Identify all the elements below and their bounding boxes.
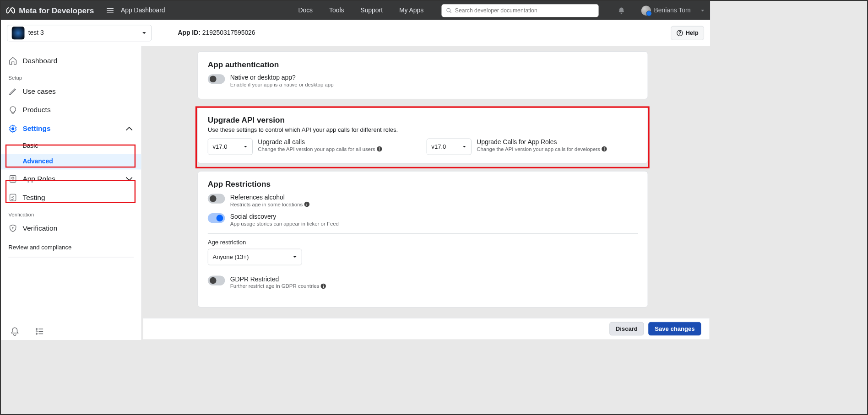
svg-point-0 — [447, 8, 450, 12]
main-content: App authentication Native or desktop app… — [141, 46, 710, 340]
toggle-alcohol[interactable] — [208, 194, 225, 204]
pencil-icon — [8, 87, 17, 96]
user-name: Benians Tom — [654, 7, 691, 14]
svg-line-1 — [450, 11, 451, 12]
card-api-version: Upgrade API version Use these settings t… — [198, 107, 648, 163]
svg-point-10 — [36, 333, 38, 334]
discard-button[interactable]: Discard — [609, 322, 644, 335]
toggle-native[interactable] — [208, 74, 225, 84]
age-label: Age restriction — [208, 239, 638, 246]
svg-rect-4 — [10, 176, 16, 183]
sidebar-item-products[interactable]: Products — [1, 101, 141, 119]
caret-down-icon — [700, 8, 705, 13]
info-icon[interactable]: i — [321, 284, 326, 289]
select-api-all[interactable]: v17.0 — [208, 139, 253, 155]
sidebar-item-usecases[interactable]: Use cases — [1, 82, 141, 101]
nav-myapps[interactable]: My Apps — [399, 7, 423, 14]
bell-icon[interactable] — [617, 6, 625, 15]
bulb-icon — [8, 106, 17, 115]
sidebar-item-verification[interactable]: Verification — [1, 219, 141, 237]
checklist-icon — [8, 193, 17, 202]
home-icon — [8, 56, 17, 65]
sidebar-sub-basic[interactable]: Basic — [1, 138, 141, 154]
caret-down-icon — [243, 145, 248, 149]
api-desc: Use these settings to control which API … — [208, 127, 638, 134]
shield-icon — [8, 224, 17, 233]
sidebar-sub-advanced[interactable]: Advanced — [1, 154, 141, 169]
info-icon[interactable]: i — [377, 146, 382, 151]
caret-down-icon — [141, 30, 146, 35]
gear-icon — [8, 124, 17, 134]
nav-docs[interactable]: Docs — [298, 7, 313, 14]
card-authentication: App authentication Native or desktop app… — [198, 51, 648, 99]
nav-support[interactable]: Support — [360, 7, 383, 14]
top-bar: Meta for Developers App Dashboard Docs T… — [1, 1, 710, 20]
brand-text: Meta for Developers — [19, 6, 94, 15]
soc-title: Social discovery — [230, 213, 339, 221]
avatar — [641, 5, 651, 15]
chevron-up-icon — [125, 124, 134, 134]
search-input[interactable] — [455, 7, 594, 14]
list-icon[interactable] — [35, 327, 44, 336]
sidebar: Dashboard Setup Use cases Products Setti… — [1, 46, 141, 340]
bell-outline-icon[interactable] — [10, 327, 20, 336]
app-id: App ID: 219250317595026 — [178, 29, 255, 37]
meta-logo-icon — [6, 5, 16, 15]
info-icon[interactable]: i — [304, 202, 309, 207]
sidebar-section-setup: Setup — [1, 70, 141, 82]
native-sub: Enable if your app is a native or deskto… — [230, 81, 334, 87]
sidebar-section-verification: Verification — [1, 207, 141, 219]
help-icon — [677, 30, 684, 37]
select-api-roles[interactable]: v17.0 — [427, 139, 472, 155]
svg-point-9 — [36, 331, 38, 332]
breadcrumb: App Dashboard — [121, 7, 165, 14]
brand[interactable]: Meta for Developers — [6, 5, 94, 15]
gdpr-sub: Further restrict age in GDPR countries — [230, 283, 320, 289]
api-title: Upgrade API version — [208, 115, 638, 124]
sidebar-item-testing[interactable]: Testing — [1, 188, 141, 207]
restrict-title: App Restrictions — [208, 180, 638, 189]
nav-tools[interactable]: Tools — [329, 7, 344, 14]
api-all-title: Upgrade all calls — [258, 139, 382, 146]
svg-rect-6 — [10, 194, 16, 201]
card-restrictions: App Restrictions References alcohol Rest… — [198, 171, 648, 307]
help-button[interactable]: Help — [671, 26, 704, 40]
search-box[interactable] — [441, 4, 598, 17]
divider — [8, 257, 134, 258]
badge-icon — [8, 174, 17, 183]
api-all-sub: Change the API version your app calls fo… — [258, 146, 375, 152]
sidebar-item-dashboard[interactable]: Dashboard — [1, 51, 141, 70]
app-bar: test 3 App ID: 219250317595026 Help — [1, 20, 710, 46]
caret-down-icon — [293, 255, 297, 259]
toggle-gdpr[interactable] — [208, 275, 225, 285]
svg-point-7 — [12, 227, 13, 228]
divider — [208, 233, 638, 234]
alc-sub: Restricts age in some locations — [230, 201, 303, 207]
api-roles-sub: Change the API version your app calls fo… — [477, 146, 600, 152]
save-button[interactable]: Save changes — [648, 322, 701, 335]
top-nav: Docs Tools Support My Apps — [298, 7, 423, 14]
sidebar-item-review[interactable]: Review and compliance — [1, 237, 141, 253]
footer-actions: Discard Save changes — [143, 318, 709, 340]
auth-title: App authentication — [208, 60, 638, 69]
sidebar-item-settings[interactable]: Settings — [1, 119, 141, 138]
svg-point-3 — [12, 128, 14, 130]
svg-point-5 — [12, 177, 14, 179]
app-name: test 3 — [28, 29, 44, 37]
menu-icon[interactable] — [107, 8, 114, 13]
native-title: Native or desktop app? — [230, 74, 334, 81]
chevron-down-icon — [125, 174, 134, 183]
api-roles-title: Upgrade Calls for App Roles — [477, 139, 607, 146]
sidebar-item-approles[interactable]: App Roles — [1, 169, 141, 188]
info-icon[interactable]: i — [602, 146, 607, 151]
search-icon — [446, 7, 452, 13]
app-selector[interactable]: test 3 — [7, 25, 152, 41]
sidebar-bottom — [1, 327, 141, 336]
gdpr-title: GDPR Restricted — [230, 275, 326, 283]
select-age[interactable]: Anyone (13+) — [208, 249, 302, 265]
user-menu[interactable]: Benians Tom — [641, 5, 705, 15]
alc-title: References alcohol — [230, 194, 309, 201]
svg-point-8 — [36, 329, 38, 330]
caret-down-icon — [462, 145, 467, 149]
toggle-social[interactable] — [208, 213, 225, 223]
